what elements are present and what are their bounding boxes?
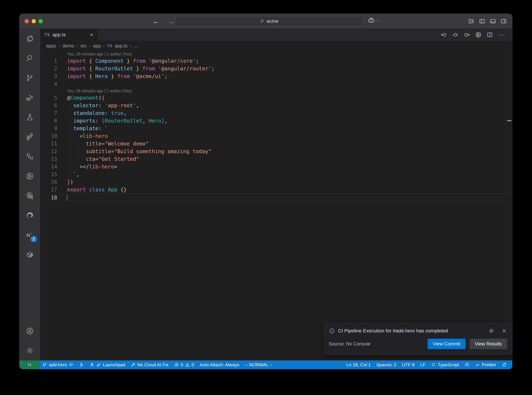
panel-left-icon[interactable] bbox=[479, 18, 485, 25]
code-text[interactable]: import { Hero } from '@acme/ui'; bbox=[66, 72, 167, 80]
code-text[interactable]: ></lib-hero> bbox=[66, 163, 117, 170]
statusbar-notifications-bell[interactable] bbox=[499, 360, 509, 369]
line-number[interactable]: 4 bbox=[40, 80, 66, 88]
nav-forward-circle-icon[interactable] bbox=[463, 32, 470, 38]
code-line-1[interactable]: 1import { Component } from '@angular/cor… bbox=[40, 57, 512, 65]
line-number[interactable]: 7 bbox=[40, 109, 66, 117]
code-line-12[interactable]: 12 subtitle="Build something amazing tod… bbox=[40, 148, 512, 155]
statusbar-vim-mode[interactable]: -- NORMAL -- bbox=[242, 360, 275, 369]
code-line-4[interactable]: 4 bbox=[40, 80, 512, 88]
navigate-forward-button[interactable]: → bbox=[167, 14, 174, 29]
line-number[interactable]: 3 bbox=[40, 72, 66, 80]
statusbar-indentation[interactable]: Spaces: 2 bbox=[374, 360, 399, 369]
code-text[interactable]: import { RouterOutlet } from '@angular/r… bbox=[66, 65, 215, 72]
code-line-17[interactable]: 17export class App {} bbox=[40, 186, 512, 193]
copilot-menu-button[interactable] bbox=[368, 17, 380, 24]
statusbar-auto-attach[interactable]: Auto Attach: Always bbox=[197, 360, 242, 369]
line-number[interactable]: 12 bbox=[40, 148, 66, 155]
activity-item-containers[interactable] bbox=[19, 245, 40, 264]
code-text[interactable] bbox=[66, 194, 67, 201]
statusbar-eol[interactable]: LF bbox=[418, 360, 428, 369]
code-text[interactable]: template: ` bbox=[66, 125, 108, 132]
code-line-9[interactable]: 9 template: ` bbox=[40, 125, 512, 132]
code-text[interactable]: <lib-hero bbox=[66, 132, 108, 140]
statusbar-git-graph-status[interactable] bbox=[76, 360, 87, 369]
line-number[interactable]: 2 bbox=[40, 65, 66, 72]
line-number[interactable]: 11 bbox=[40, 140, 66, 148]
code-text[interactable]: cta="Get Started" bbox=[66, 155, 139, 163]
close-window-button[interactable] bbox=[25, 19, 29, 23]
line-number[interactable]: 15 bbox=[40, 170, 66, 178]
activity-item-testing[interactable] bbox=[19, 107, 40, 127]
notification-settings-icon[interactable] bbox=[488, 328, 494, 334]
view-commit-button[interactable]: View Commit bbox=[428, 339, 466, 349]
code-line-7[interactable]: 7 standalone: true, bbox=[40, 109, 512, 117]
navigate-back-button[interactable]: ← bbox=[153, 14, 160, 29]
code-text[interactable]: export class App {} bbox=[66, 186, 127, 193]
statusbar-git-branch-status[interactable]: add-hero bbox=[40, 360, 76, 369]
statusbar-cursor-position[interactable]: Ln 18, Col 1 bbox=[344, 360, 373, 369]
codelens-text[interactable]: You, 26 minutes ago | 1 author (You) bbox=[66, 51, 132, 57]
editor-scrollbar[interactable] bbox=[506, 51, 512, 360]
code-line-16[interactable]: 16}) bbox=[40, 178, 512, 186]
code-line-15[interactable]: 15 `, bbox=[40, 170, 512, 178]
split-editor-icon[interactable] bbox=[486, 32, 493, 38]
line-number[interactable]: 14 bbox=[40, 163, 66, 170]
activity-item-source-control[interactable] bbox=[19, 68, 40, 88]
line-number[interactable]: 17 bbox=[40, 186, 66, 193]
line-number[interactable]: 16 bbox=[40, 178, 66, 186]
code-line-5[interactable]: 5@Component({ bbox=[40, 94, 512, 102]
tab-app-ts[interactable]: TS app.ts × bbox=[40, 29, 97, 41]
line-number[interactable]: 10 bbox=[40, 132, 66, 140]
statusbar-encoding[interactable]: UTF-8 bbox=[399, 360, 418, 369]
git-graph-circled-icon[interactable] bbox=[475, 32, 482, 38]
line-number[interactable]: 6 bbox=[40, 102, 66, 109]
code-text[interactable]: import { Component } from '@angular/core… bbox=[66, 57, 199, 65]
breadcrumb-item[interactable]: demo bbox=[63, 43, 74, 49]
statusbar-nx-cloud-ai-fix[interactable]: Nx Cloud AI Fix bbox=[128, 360, 171, 369]
code-text[interactable] bbox=[66, 80, 67, 88]
code-editor[interactable]: You, 26 minutes ago | 1 author (You)1imp… bbox=[40, 51, 512, 360]
activity-item-extensions[interactable] bbox=[19, 127, 40, 147]
close-tab-icon[interactable]: × bbox=[90, 32, 93, 38]
activity-item-edge-tools[interactable] bbox=[19, 205, 40, 225]
line-number[interactable]: 5 bbox=[40, 94, 66, 102]
code-text[interactable]: imports: [RouterOutlet, Hero], bbox=[66, 117, 167, 125]
line-number[interactable]: 18 bbox=[40, 194, 66, 201]
code-line-18[interactable]: 18 bbox=[40, 193, 512, 201]
codelens-blame[interactable]: You, 26 minutes ago | 1 author (You) bbox=[40, 88, 512, 94]
activity-item-project-structure[interactable] bbox=[19, 147, 40, 166]
panel-bottom-icon[interactable] bbox=[490, 18, 496, 25]
code-text[interactable]: @Component({ bbox=[66, 94, 105, 102]
activity-item-nx-console[interactable]: N›2 bbox=[19, 225, 40, 245]
code-line-6[interactable]: 6 selector: 'app-root', bbox=[40, 102, 512, 109]
statusbar-launchpad[interactable]: Launchpad bbox=[87, 360, 128, 369]
panel-right-icon[interactable] bbox=[500, 18, 507, 25]
layout-customize-icon[interactable] bbox=[468, 18, 475, 25]
line-number[interactable]: 9 bbox=[40, 125, 66, 132]
activity-item-run-debug[interactable] bbox=[19, 88, 40, 107]
view-results-button[interactable]: View Results bbox=[470, 339, 507, 349]
statusbar-copilot-status[interactable] bbox=[462, 360, 472, 369]
code-text[interactable]: selector: 'app-root', bbox=[66, 102, 139, 109]
code-line-2[interactable]: 2import { RouterOutlet } from '@angular/… bbox=[40, 65, 512, 72]
breadcrumb-item[interactable]: app bbox=[93, 43, 101, 49]
code-line-11[interactable]: 11 title="Welcmoe demo" bbox=[40, 140, 512, 148]
code-text[interactable]: title="Welcmoe demo" bbox=[66, 140, 149, 148]
code-text[interactable]: `, bbox=[66, 170, 80, 178]
maximize-window-button[interactable] bbox=[38, 19, 43, 23]
line-number[interactable]: 1 bbox=[40, 57, 66, 65]
activity-item-git-search[interactable] bbox=[19, 186, 40, 205]
line-number[interactable]: 8 bbox=[40, 117, 66, 125]
statusbar-formatter[interactable]: Prettier bbox=[472, 360, 499, 369]
more-actions-icon[interactable]: ··· bbox=[498, 32, 505, 38]
statusbar-problems[interactable]: 00 bbox=[171, 360, 197, 369]
breadcrumb-item[interactable]: src bbox=[81, 43, 87, 49]
activity-item-git-graph[interactable] bbox=[19, 166, 40, 186]
nav-back-circle-icon[interactable] bbox=[441, 32, 447, 38]
breadcrumb-symbol[interactable]: ... bbox=[134, 43, 138, 49]
activity-item-accounts[interactable] bbox=[19, 321, 40, 341]
line-number[interactable]: 13 bbox=[40, 155, 66, 163]
codelens-blame[interactable]: You, 26 minutes ago | 1 author (You) bbox=[40, 51, 512, 57]
activity-item-search[interactable] bbox=[19, 48, 40, 68]
